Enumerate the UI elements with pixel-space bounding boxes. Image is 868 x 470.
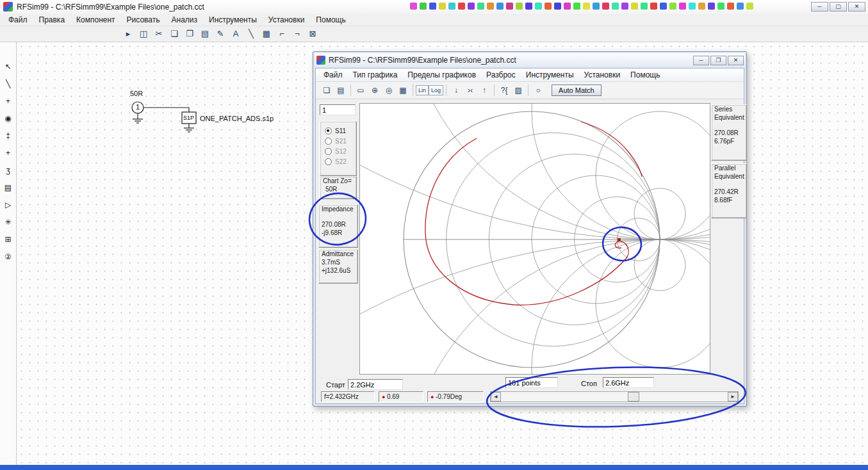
markers-icon[interactable]: ▨	[512, 84, 525, 97]
rotate-left-icon[interactable]: ⌐	[275, 28, 289, 40]
menu-item[interactable]: Компонент	[70, 15, 121, 25]
log-scale-icon[interactable]: Log	[429, 85, 443, 95]
app-icon[interactable]	[420, 3, 427, 10]
app-icon[interactable]	[602, 3, 609, 10]
s11-radio[interactable]: S11	[320, 126, 356, 136]
text-tool-icon[interactable]: A	[229, 28, 243, 40]
node-icon[interactable]: +	[2, 148, 15, 159]
app-icon[interactable]	[689, 3, 696, 10]
restore-button[interactable]: ❐	[710, 56, 726, 65]
menu-item[interactable]: Инструменты	[203, 15, 263, 25]
delete-icon[interactable]: ⊠	[306, 28, 320, 40]
s22-radio[interactable]: S22	[320, 156, 356, 166]
trace-number-input[interactable]	[320, 104, 356, 115]
app-icon[interactable]	[564, 3, 571, 10]
app-icon[interactable]	[448, 3, 455, 10]
app-icon[interactable]	[554, 3, 561, 10]
app-icon[interactable]	[612, 3, 619, 10]
menu-item[interactable]: Тип графика	[348, 70, 403, 80]
s12-radio[interactable]: S12	[320, 146, 356, 156]
app-icon[interactable]	[410, 3, 417, 10]
bottom-taskbar[interactable]	[0, 465, 868, 470]
menu-item[interactable]: Файл	[3, 15, 33, 25]
query-icon[interactable]: ?{	[498, 84, 511, 97]
maximize-button[interactable]: ▢	[830, 2, 847, 12]
print-icon[interactable]: ▤	[198, 28, 212, 40]
pointer-icon[interactable]: ↖	[2, 61, 15, 72]
component-icon[interactable]: ✳	[2, 217, 15, 228]
menu-item[interactable]: Помощь	[625, 70, 665, 80]
menu-item[interactable]: Рисовать	[121, 15, 166, 25]
app-icon[interactable]	[641, 3, 648, 10]
app-icon[interactable]	[545, 3, 552, 10]
table-icon[interactable]: ▦	[397, 84, 409, 97]
paste-icon[interactable]: ❐	[183, 28, 197, 40]
minimize-button[interactable]: ─	[693, 56, 709, 65]
junction-icon[interactable]: +	[2, 96, 15, 107]
app-icon[interactable]	[496, 3, 504, 10]
save-icon[interactable]: ◫	[136, 28, 151, 40]
rotate-right-icon[interactable]: ¬	[290, 28, 304, 40]
line-tool-icon[interactable]: ╲	[244, 28, 258, 40]
frequency-scrollbar[interactable]: ◄ ►	[490, 391, 739, 402]
app-icon[interactable]	[593, 3, 600, 10]
draw-pencil-icon[interactable]: ✎	[213, 28, 227, 40]
menu-item[interactable]: Анализ	[166, 15, 204, 25]
close-button[interactable]: ✕	[848, 2, 865, 12]
close-button[interactable]: ✕	[728, 56, 744, 65]
cut-icon[interactable]: ✂	[152, 28, 166, 40]
app-icon[interactable]	[631, 3, 638, 10]
list-icon[interactable]: ▦	[259, 28, 274, 40]
minimize-button[interactable]: ─	[811, 2, 828, 12]
results-titlebar[interactable]: RFSim99 - C:\RFSimm99\Example Files\one_…	[315, 53, 745, 67]
scroll-left-arrow-icon[interactable]: ◄	[491, 392, 501, 401]
app-icon[interactable]	[669, 3, 676, 10]
app-icon[interactable]	[477, 3, 484, 10]
two-port-icon[interactable]: ②	[2, 252, 15, 263]
app-icon[interactable]	[737, 3, 744, 10]
app-icon[interactable]	[650, 3, 657, 10]
scroll-right-arrow-icon[interactable]: ►	[728, 392, 738, 401]
copy-icon[interactable]: ❏	[167, 28, 181, 40]
app-icon[interactable]	[698, 3, 705, 10]
menu-item[interactable]: Инструменты	[521, 70, 579, 80]
menu-item[interactable]: Файл	[318, 70, 348, 80]
menu-item[interactable]: Пределы графиков	[402, 70, 481, 80]
polar-chart-icon[interactable]: ◎	[382, 84, 395, 97]
app-icon[interactable]	[516, 3, 523, 10]
app-icon[interactable]	[429, 3, 436, 10]
menu-item[interactable]: Помощь	[310, 15, 351, 25]
menu-item[interactable]: Правка	[33, 15, 71, 25]
span-icon[interactable]: ›‹	[464, 84, 477, 97]
arrow-down-icon[interactable]: ↓	[450, 84, 463, 97]
app-icon[interactable]	[487, 3, 494, 10]
start-frequency-input[interactable]	[348, 379, 403, 390]
app-icon[interactable]	[535, 3, 542, 10]
app-icon[interactable]	[621, 3, 628, 10]
frequency-marker[interactable]	[618, 238, 621, 241]
arrow-up-icon[interactable]: ↑	[478, 84, 491, 97]
app-icon[interactable]	[573, 3, 580, 10]
app-icon[interactable]	[506, 3, 513, 10]
layers-icon[interactable]: ▤	[2, 182, 15, 193]
app-icon[interactable]	[468, 3, 475, 10]
s21-radio[interactable]: S21	[320, 136, 356, 146]
points-input[interactable]	[505, 377, 558, 388]
menu-item[interactable]: Установки	[263, 15, 310, 25]
smith-chart-area[interactable]	[359, 103, 710, 375]
print-icon[interactable]: ▤	[334, 84, 347, 97]
port-icon[interactable]: ‡	[2, 131, 15, 142]
run-icon[interactable]: ▸	[121, 28, 135, 40]
app-icon[interactable]	[439, 3, 446, 10]
rect-chart-icon[interactable]: ▭	[354, 84, 367, 97]
ic-icon[interactable]: ⊞	[2, 234, 15, 245]
lin-scale-icon[interactable]: Lin	[416, 85, 429, 95]
app-icon[interactable]	[525, 3, 532, 10]
app-icon[interactable]	[746, 3, 753, 10]
inductor-icon[interactable]: ʒ	[2, 165, 15, 176]
scrollbar-track[interactable]	[501, 392, 728, 401]
probe-icon[interactable]: ◉	[2, 113, 15, 124]
app-icon[interactable]	[679, 3, 686, 10]
app-icon[interactable]	[717, 3, 725, 10]
menu-item[interactable]: Установки	[579, 70, 625, 80]
